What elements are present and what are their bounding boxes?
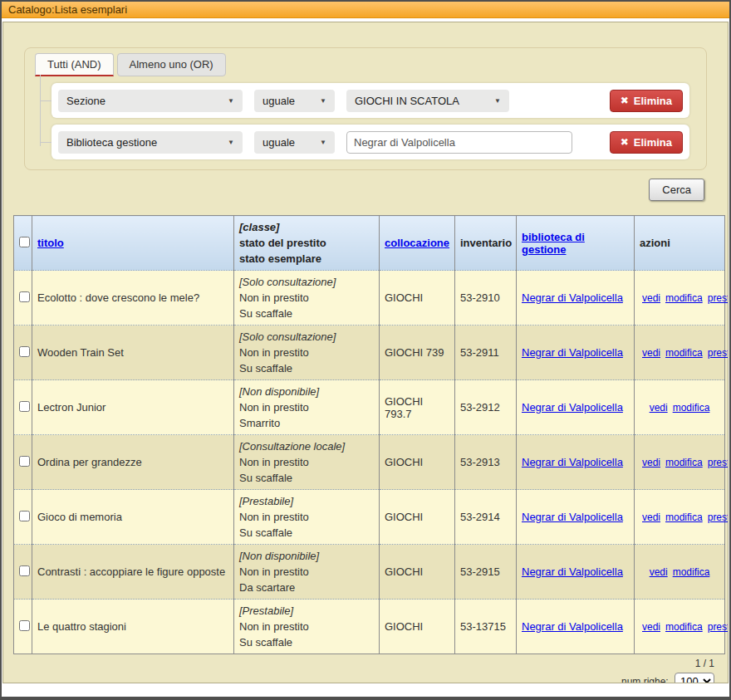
vedi-action-link[interactable]: vedi <box>642 347 660 359</box>
filter-value-select[interactable]: GIOCHI IN SCATOLA ▼ <box>346 90 509 112</box>
vedi-action-link[interactable]: vedi <box>650 402 668 414</box>
cell-actions: vedimodifica <box>635 380 725 435</box>
delete-filter-button[interactable]: ✖ Elimina <box>610 90 683 112</box>
sort-biblioteca-link[interactable]: biblioteca di gestione <box>522 231 585 256</box>
row-checkbox[interactable] <box>19 401 30 412</box>
row-checkbox-cell <box>14 490 32 545</box>
filter-row-biblioteca: Biblioteca gestione ▼ uguale ▼ ✖ Elimina <box>52 125 689 159</box>
modifica-action-link[interactable]: modifica <box>673 402 710 414</box>
biblioteca-link[interactable]: Negrar di Valpolicella <box>522 456 623 468</box>
x-icon: ✖ <box>621 95 629 106</box>
header-status: [classe] stato del prestito stato esempl… <box>234 216 380 271</box>
search-button[interactable]: Cerca <box>649 179 704 201</box>
cell-collocazione: GIOCHI 793.7 <box>380 380 455 435</box>
presta-action-link[interactable]: presta <box>708 457 729 468</box>
header-inventario: inventario <box>455 216 517 271</box>
chevron-down-icon: ▼ <box>320 139 326 146</box>
filter-field-value: Biblioteca gestione <box>66 136 157 149</box>
biblioteca-link[interactable]: Negrar di Valpolicella <box>522 346 623 359</box>
cell-status: [Solo consultazione]Non in prestitoSu sc… <box>234 326 380 380</box>
presta-action-link[interactable]: presta <box>708 292 729 304</box>
row-checkbox[interactable] <box>19 511 30 521</box>
row-checkbox[interactable] <box>19 291 30 302</box>
row-checkbox-cell <box>14 435 32 490</box>
cell-inventario: 53-2914 <box>455 490 517 545</box>
modifica-action-link[interactable]: modifica <box>665 347 703 359</box>
filter-tree-connector <box>40 75 41 146</box>
table-row: Le quattro stagioni[Prestabile]Non in pr… <box>14 600 725 654</box>
window-title: Catalogo:Lista esemplari <box>2 2 729 18</box>
sort-titolo-link[interactable]: titolo <box>37 237 64 249</box>
select-all-checkbox[interactable] <box>19 237 30 247</box>
presta-action-link[interactable]: presta <box>708 621 729 633</box>
cell-status: [Prestabile]Non in prestitoSu scaffale <box>234 490 380 545</box>
cell-actions: vedimodificaprestaprenota-questa-copia <box>635 326 725 380</box>
delete-filter-label: Elimina <box>634 95 672 107</box>
presta-action-link[interactable]: presta <box>708 347 729 359</box>
cell-collocazione: GIOCHI <box>380 271 455 326</box>
filter-field-select[interactable]: Sezione ▼ <box>58 90 243 112</box>
biblioteca-link[interactable]: Negrar di Valpolicella <box>522 401 623 414</box>
modifica-action-link[interactable]: modifica <box>665 457 703 468</box>
cell-actions: vedimodificaprestaprenota-questa-copia <box>635 490 725 545</box>
modifica-action-link[interactable]: modifica <box>673 566 710 578</box>
main-panel: Tutti (AND) Almeno uno (OR) Sezione ▼ ug… <box>2 22 729 683</box>
delete-filter-label: Elimina <box>634 136 672 149</box>
cell-biblioteca: Negrar di Valpolicella <box>517 600 635 654</box>
cell-biblioteca: Negrar di Valpolicella <box>517 435 635 490</box>
modifica-action-link[interactable]: modifica <box>665 292 703 304</box>
rows-per-page-select[interactable]: 100 <box>675 673 714 683</box>
header-stato-esemplare: stato esemplare <box>239 251 374 267</box>
table-row: Gioco di memoria[Prestabile]Non in prest… <box>14 490 725 545</box>
filter-field-value: Sezione <box>66 95 105 107</box>
vedi-action-link[interactable]: vedi <box>642 292 660 304</box>
page-indicator: 1 / 1 <box>3 658 714 669</box>
cell-biblioteca: Negrar di Valpolicella <box>517 271 635 326</box>
biblioteca-link[interactable]: Negrar di Valpolicella <box>522 511 623 523</box>
delete-filter-button[interactable]: ✖ Elimina <box>610 131 683 154</box>
cell-inventario: 53-2910 <box>455 271 517 326</box>
rows-per-page-label: num.righe: <box>621 676 669 683</box>
cell-actions: vedimodificaprestaprenota-questa-copia <box>635 600 725 654</box>
row-checkbox-cell <box>14 545 32 600</box>
table-row: Contrasti : accoppiare le figure opposte… <box>14 545 725 600</box>
filter-value-input[interactable] <box>346 131 572 154</box>
modifica-action-link[interactable]: modifica <box>665 512 703 523</box>
row-checkbox[interactable] <box>19 456 30 467</box>
biblioteca-link[interactable]: Negrar di Valpolicella <box>522 565 623 578</box>
vedi-action-link[interactable]: vedi <box>650 566 668 578</box>
biblioteca-link[interactable]: Negrar di Valpolicella <box>522 291 623 304</box>
row-checkbox-cell <box>14 326 32 380</box>
cell-inventario: 53-2912 <box>455 380 517 435</box>
cell-inventario: 53-2915 <box>455 545 517 600</box>
sort-collocazione-link[interactable]: collocazione <box>385 237 449 249</box>
vedi-action-link[interactable]: vedi <box>642 621 660 633</box>
modifica-action-link[interactable]: modifica <box>665 621 703 633</box>
cell-collocazione: GIOCHI <box>380 600 455 654</box>
cell-inventario: 53-2913 <box>455 435 517 490</box>
vedi-action-link[interactable]: vedi <box>642 512 660 523</box>
cell-actions: vedimodificapresta <box>635 435 725 490</box>
row-checkbox[interactable] <box>19 620 30 631</box>
table-row: Lectron Junior[Non disponibile]Non in pr… <box>14 380 725 435</box>
cell-status: [Solo consultazione]Non in prestitoSu sc… <box>234 271 380 326</box>
vedi-action-link[interactable]: vedi <box>642 457 660 468</box>
filter-field-select[interactable]: Biblioteca gestione ▼ <box>58 131 243 154</box>
presta-action-link[interactable]: presta <box>708 512 729 523</box>
row-checkbox[interactable] <box>19 346 30 357</box>
cell-title: Wooden Train Set <box>32 326 234 380</box>
cell-status: [Non disponibile]Non in prestitoDa scart… <box>234 545 380 600</box>
row-checkbox[interactable] <box>19 565 30 576</box>
x-icon: ✖ <box>621 136 629 148</box>
filter-operator-select[interactable]: uguale ▼ <box>254 131 335 154</box>
tab-all-and[interactable]: Tutti (AND) <box>35 53 114 76</box>
biblioteca-link[interactable]: Negrar di Valpolicella <box>522 620 623 633</box>
cell-status: [Consultazione locale]Non in prestitoSu … <box>234 435 380 490</box>
tab-at-least-one-or[interactable]: Almeno uno (OR) <box>117 53 226 76</box>
search-bar: Cerca <box>3 179 704 201</box>
cell-title: Ordina per grandezze <box>32 435 234 490</box>
cell-biblioteca: Negrar di Valpolicella <box>517 490 635 545</box>
chevron-down-icon: ▼ <box>228 139 234 146</box>
header-stato-prestito: stato del prestito <box>239 235 374 251</box>
filter-operator-select[interactable]: uguale ▼ <box>254 90 335 112</box>
